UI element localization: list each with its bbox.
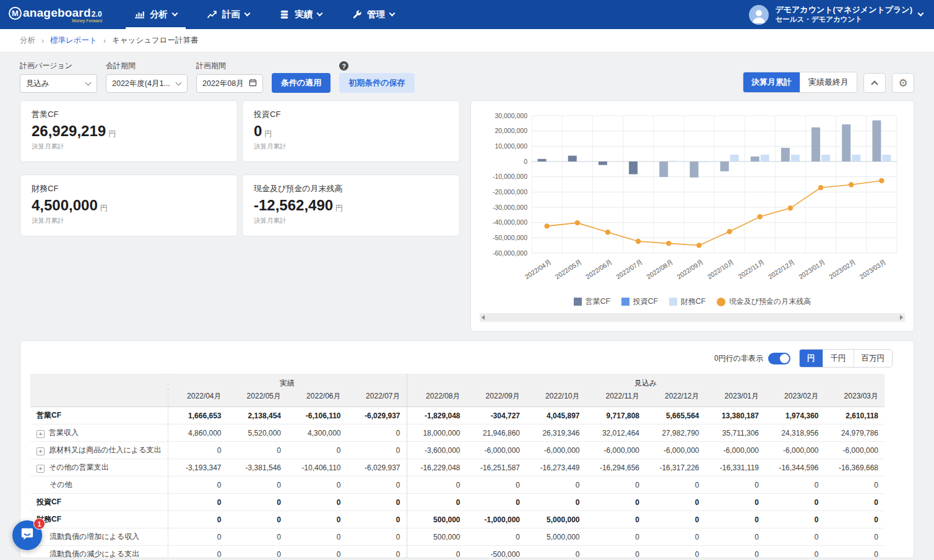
apply-conditions-button[interactable]: 条件の適用 [272,73,331,93]
kpi-value: 26,929,219円 [32,123,226,140]
table-row-label: その他 [30,476,168,494]
unit-million-yen-button[interactable]: 百万円 [854,350,893,367]
table-cell: 500,000 [407,511,467,528]
account-menu[interactable]: デモアカウント(マネジメントプラン) セールス・デモアカウント [749,0,923,29]
table-cell: 0 [228,476,288,494]
svg-text:-20,000,000: -20,000,000 [493,188,527,196]
fiscal-period-select[interactable]: 2022年度(4月1... [106,74,188,93]
kpi-card-operating-cf: 営業CF 26,929,219円 決算月累計 [20,100,238,162]
breadcrumb-analysis[interactable]: 分析 [20,35,35,46]
table-month-header: 2022/12月 [646,389,706,407]
table-cell: -16,317,226 [646,459,706,476]
table-cell: 0 [347,494,407,511]
table-corner-cell [30,374,168,389]
table-cell: 0 [228,528,288,546]
kpi-value: 0円 [254,123,448,140]
table-cell: 0 [168,528,228,546]
table-row: 財務CF0000500,000-1,000,0005,000,00000000 [30,511,884,528]
fiscal-period-label: 会計期間 [106,61,188,71]
table-row: 流動負債の減少による支出00000-500,000000000 [30,546,884,559]
scroll-right-icon[interactable] [900,315,903,320]
breadcrumb-current-page: キャッシュフロー計算書 [112,35,199,46]
table-cell: -6,029,937 [347,459,407,476]
view-mode-toggle: 決算月累計 実績最終月 [743,72,857,93]
svg-text:20,000,000: 20,000,000 [495,127,527,134]
chevron-up-icon [871,80,878,87]
table-cell: -6,000,000 [706,442,766,459]
kpi-value: 4,500,000円 [32,197,226,214]
nav-item-actuals[interactable]: 実績 [264,0,337,29]
table-cell: 0 [407,476,467,494]
table-row-label: 投資CF [30,494,168,511]
chat-bubble-icon [20,527,35,544]
expand-icon[interactable] [37,465,45,473]
line-point [666,241,671,246]
collapse-button[interactable] [863,73,886,93]
svg-text:2022/08月: 2022/08月 [645,258,674,280]
kpi-card-investing-cf: 投資CF 0円 決算月累計 [242,100,460,162]
bar-financing-cf [821,155,830,162]
expand-icon[interactable] [37,430,45,438]
main-nav: 分析 計画 実績 管理 [119,0,409,29]
table-cell: 1,974,360 [765,407,825,424]
table-cell: -10,406,110 [287,459,347,476]
line-point [575,220,580,225]
table-cell: 0 [287,546,347,559]
bar-financing-cf [761,155,769,162]
plan-version-select[interactable]: 見込み [20,74,97,93]
table-cell: 0 [765,528,825,546]
table-cell: 1,666,653 [168,407,228,424]
table-cell: 0 [467,528,527,546]
calendar-icon [249,79,257,88]
toggle-last-actual-button[interactable]: 実績最終月 [800,72,857,92]
table-cell: -6,000,000 [765,442,825,459]
account-name: デモアカウント(マネジメントプラン) [775,5,912,15]
table-cell: 0 [825,546,885,559]
gear-icon [898,77,907,90]
table-cell: -1,000,000 [467,511,527,528]
brand-name: anageboard [23,6,91,20]
table-cell: -16,294,656 [586,459,646,476]
line-point [636,239,641,244]
table-cell: 0 [168,511,228,528]
scroll-left-icon[interactable] [482,315,485,320]
table-cell: 0 [765,476,825,494]
expand-icon[interactable] [37,447,45,455]
table-cell: 0 [586,476,646,494]
kpi-title: 現金及び預金の月末残高 [254,183,448,194]
settings-button[interactable] [892,73,914,93]
breadcrumb-standard-report[interactable]: 標準レポート [50,35,97,46]
table-cell: 0 [228,511,288,528]
database-icon [279,9,290,20]
nav-item-admin[interactable]: 管理 [337,0,409,29]
table-cell: 0 [825,511,885,528]
legend-cash-balance: 現金及び預金の月末残高 [717,296,811,307]
brand-logo[interactable]: M anageboard 2.0 Money Forward [9,0,102,29]
chart-scrollbar[interactable] [480,313,905,322]
brand-m-icon: M [9,7,22,20]
bar-operating-cf [629,162,638,174]
unit-yen-button[interactable]: 円 [800,350,823,367]
plan-period-input[interactable]: 2022年08月 [196,74,263,93]
table-cell: 0 [526,546,586,559]
chat-launcher-button[interactable]: 1 [12,520,42,550]
nav-item-plan[interactable]: 計画 [192,0,264,29]
table-cell: 2,610,118 [825,407,885,424]
nav-item-analysis[interactable]: 分析 [119,0,192,29]
unit-thousand-yen-button[interactable]: 千円 [823,350,854,367]
toggle-cumulative-button[interactable]: 決算月累計 [743,72,800,92]
kpi-card-cash-balance: 現金及び預金の月末残高 -12,562,490円 決算月累計 [242,174,460,236]
table-month-header: 2022/07月 [347,389,407,407]
save-initial-conditions-button[interactable]: 初期条件の保存 [339,73,414,93]
svg-text:0: 0 [524,158,527,165]
y-axis-labels: 30,000,00020,000,00010,000,0000-10,000,0… [493,112,527,257]
svg-text:30,000,000: 30,000,000 [495,112,527,119]
table-row-label: 営業収入 [30,424,168,442]
help-icon[interactable] [339,61,348,71]
x-axis-labels: 2022/04月2022/05月2022/06月2022/07月2022/08月… [523,258,887,280]
table-cell: 4,300,000 [287,424,347,442]
kpi-caption: 決算月累計 [254,217,448,225]
bar-operating-cf [781,148,790,162]
hide-zero-rows-toggle[interactable] [768,353,790,364]
svg-text:2022/06月: 2022/06月 [584,258,613,280]
